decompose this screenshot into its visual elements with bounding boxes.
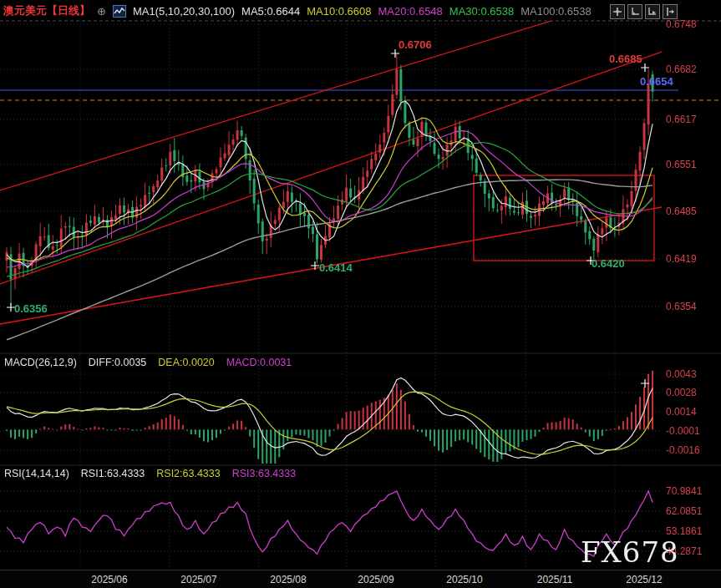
ma5-value: MA5:0.6644	[241, 5, 300, 18]
chart-type-icon[interactable]	[113, 5, 126, 18]
month-label: 2025/10	[441, 574, 488, 585]
price-tick: 0.6354	[666, 301, 697, 312]
macd-tick: 0.0014	[666, 406, 697, 418]
month-label: 2025/09	[353, 574, 399, 585]
symbol-title: 澳元美元【日线】	[3, 3, 90, 18]
chart-toolbar	[610, 4, 678, 19]
macd-hist-value: MACD:0.0031	[226, 357, 292, 368]
ma30-value: MA30:0.6538	[449, 5, 514, 18]
rsi-tick: 62.0851	[666, 505, 702, 517]
time-axis: 2025/06 2025/07 2025/08 2025/09 2025/10 …	[0, 570, 721, 588]
current-price-tag: 0.6654	[640, 76, 673, 88]
price-tick: 0.6551	[666, 159, 697, 170]
axis-scale-left-icon[interactable]	[627, 4, 642, 19]
month-label: 2025/06	[86, 574, 133, 585]
price-tick: 0.6419	[666, 253, 697, 265]
macd-tick: 0.0043	[666, 368, 697, 380]
macd-tick: -0.0016	[666, 444, 700, 456]
resistance-price-label: 0.6685	[609, 53, 642, 65]
rsi-params-label: RSI(14,14,14)	[4, 468, 69, 479]
header-bar: 澳元美元【日线】 ⊕ MA1(5,10,20,30,100) MA5:0.664…	[3, 3, 592, 18]
chart-canvas[interactable]	[0, 0, 721, 588]
macd-dea-value: DEA:0.0020	[158, 357, 214, 368]
macd-diff-value: DIFF:0.0035	[89, 357, 146, 368]
month-label: 2025/12	[621, 574, 668, 585]
month-label: 2025/07	[175, 574, 222, 585]
price-tick: 0.6485	[666, 205, 697, 217]
month-label: 2025/08	[265, 574, 312, 585]
ma20-value: MA20:0.6548	[378, 5, 443, 18]
price-tick: 0.6682	[666, 63, 697, 75]
macd-header: MACD(26,12,9) DIFF:0.0035 DEA:0.0020 MAC…	[4, 357, 292, 368]
chart-window: 澳元美元【日线】 ⊕ MA1(5,10,20,30,100) MA5:0.664…	[0, 0, 721, 588]
low-price-label: 0.6420	[592, 258, 625, 270]
rsi-header: RSI(14,14,14) RSI1:63.4333 RSI2:63.4333 …	[4, 468, 296, 479]
rsi2-value: RSI2:63.4333	[156, 468, 220, 479]
high-price-label: 0.6706	[399, 39, 432, 51]
macd-tick: -0.0001	[666, 425, 700, 437]
price-tick: 0.6617	[666, 114, 697, 125]
low-price-label: 0.6356	[14, 303, 48, 315]
rsi-tick: 70.9841	[666, 485, 702, 497]
month-label: 2025/11	[531, 574, 578, 585]
rsi3-value: RSI3:63.4333	[232, 468, 296, 479]
shift-right-icon[interactable]	[663, 4, 678, 19]
low-price-label: 0.6414	[319, 262, 353, 274]
price-tick: 0.6748	[666, 18, 697, 30]
axis-scale-right-icon[interactable]	[645, 4, 660, 19]
macd-tick: 0.0028	[666, 387, 697, 398]
rsi1-value: RSI1:63.4333	[81, 468, 145, 479]
crosshair-icon[interactable]	[610, 4, 625, 19]
expand-icon[interactable]: ⊕	[97, 5, 106, 18]
ma10-value: MA10:0.6608	[307, 5, 371, 18]
ma-settings-label[interactable]: MA1(5,10,20,30,100)	[133, 5, 235, 18]
fx678-watermark: FX678	[581, 535, 679, 569]
ma100-value: MA100:0.6538	[520, 5, 592, 18]
macd-params-label: MACD(26,12,9)	[4, 357, 77, 368]
